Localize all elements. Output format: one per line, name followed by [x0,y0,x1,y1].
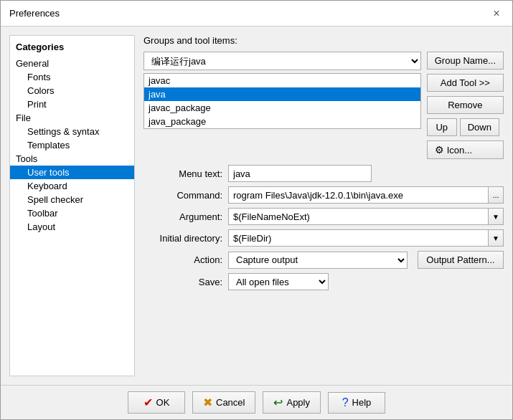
apply-icon: ↩ [273,396,283,409]
main-area: Groups and tool items: 编译运行java javac ja… [143,35,504,376]
argument-dropdown-button[interactable]: ▼ [488,208,504,225]
close-button[interactable]: × [489,6,504,21]
ok-button[interactable]: ✔ OK [128,391,185,414]
action-select[interactable]: Capture output Run in terminal No output [228,252,408,269]
initial-dir-input[interactable] [228,229,488,247]
action-label: Action: [143,254,222,265]
sidebar-item-spell-checker[interactable]: Spell checker [10,193,134,206]
preferences-dialog: Preferences × Categories General Fonts C… [0,0,513,420]
main-content: Categories General Fonts Colors Print Fi… [1,27,512,385]
sidebar-item-print[interactable]: Print [10,97,134,111]
sidebar-item-layout[interactable]: Layout [10,220,134,234]
menu-text-label: Menu text: [143,168,222,179]
initial-dir-input-area: ▼ [228,229,504,247]
tool-item-javac-package[interactable]: javac_package [144,101,420,115]
group-dropdown-wrapper: 编译运行java [143,52,421,70]
action-row: Action: Capture output Run in terminal N… [143,251,504,269]
cancel-icon: ✖ [203,396,212,409]
form-section: Menu text: Command: ... Argument: ▼ [143,165,504,290]
sidebar-item-general[interactable]: General [10,57,134,70]
save-row: Save: All open files Current file No fil… [143,273,504,290]
ok-label: OK [156,397,170,408]
sidebar-item-settings-syntax[interactable]: Settings & syntax [10,125,134,138]
groups-list-area: 编译运行java javac java javac_package java_p… [143,52,421,129]
dialog-title: Preferences [9,8,60,19]
side-buttons: Group Name... Add Tool >> Remove Up Down… [427,52,504,159]
tool-item-java[interactable]: java [144,87,420,101]
down-button[interactable]: Down [460,118,499,136]
group-dropdown[interactable]: 编译运行java [143,52,421,70]
initial-dir-dropdown-button[interactable]: ▼ [488,229,504,247]
sidebar-item-user-tools[interactable]: User tools [10,166,134,179]
groups-label: Groups and tool items: [143,35,504,46]
argument-input-area: ▼ [228,208,504,225]
argument-row: Argument: ▼ [143,208,504,225]
save-dropdown-area: All open files Current file No files [228,273,329,290]
sidebar-item-templates[interactable]: Templates [10,138,134,152]
sidebar-header: Categories [10,39,134,57]
argument-label: Argument: [143,211,222,222]
group-name-button[interactable]: Group Name... [427,52,504,70]
sidebar-item-file[interactable]: File [10,111,134,125]
apply-label: Apply [286,397,310,408]
menu-text-row: Menu text: [143,165,504,182]
up-button[interactable]: Up [427,118,457,136]
remove-button[interactable]: Remove [427,96,504,114]
cancel-button[interactable]: ✖ Cancel [192,391,255,414]
tools-listbox: javac java javac_package java_package [143,73,421,129]
sidebar: Categories General Fonts Colors Print Fi… [9,35,135,376]
ok-icon: ✔ [143,396,153,409]
updown-row: Up Down [427,118,504,136]
command-row: Command: ... [143,186,504,204]
sidebar-item-fonts[interactable]: Fonts [10,70,134,84]
cancel-label: Cancel [216,397,245,408]
help-icon: ? [342,396,349,409]
initial-dir-row: Initial directory: ▼ [143,229,504,247]
groups-row: 编译运行java javac java javac_package java_p… [143,52,504,159]
sidebar-item-toolbar[interactable]: Toolbar [10,206,134,220]
sidebar-item-colors[interactable]: Colors [10,84,134,97]
argument-input[interactable] [228,208,488,225]
save-label: Save: [143,277,222,287]
help-button[interactable]: ? Help [328,392,385,414]
command-label: Command: [143,190,222,201]
command-input-area: ... [228,186,504,204]
icon-button[interactable]: ⚙ Icon... [427,140,504,159]
command-input[interactable] [228,186,488,204]
sidebar-item-keyboard[interactable]: Keyboard [10,179,134,193]
titlebar: Preferences × [1,1,512,27]
add-tool-button[interactable]: Add Tool >> [427,74,504,92]
menu-text-input[interactable] [228,165,372,182]
save-select[interactable]: All open files Current file No files [228,273,329,290]
apply-button[interactable]: ↩ Apply [263,391,321,414]
sidebar-item-tools[interactable]: Tools [10,152,134,166]
output-pattern-button[interactable]: Output Pattern... [418,251,504,269]
gear-icon: ⚙ [435,144,444,156]
tool-item-java-package[interactable]: java_package [144,115,420,128]
action-dropdown-area: Capture output Run in terminal No output [228,252,408,269]
initial-dir-label: Initial directory: [143,233,222,244]
help-label: Help [352,397,372,408]
command-browse-button[interactable]: ... [488,186,504,204]
groups-section: Groups and tool items: 编译运行java javac ja… [143,35,504,159]
footer: ✔ OK ✖ Cancel ↩ Apply ? Help [1,385,512,419]
tool-item-javac[interactable]: javac [144,74,420,87]
